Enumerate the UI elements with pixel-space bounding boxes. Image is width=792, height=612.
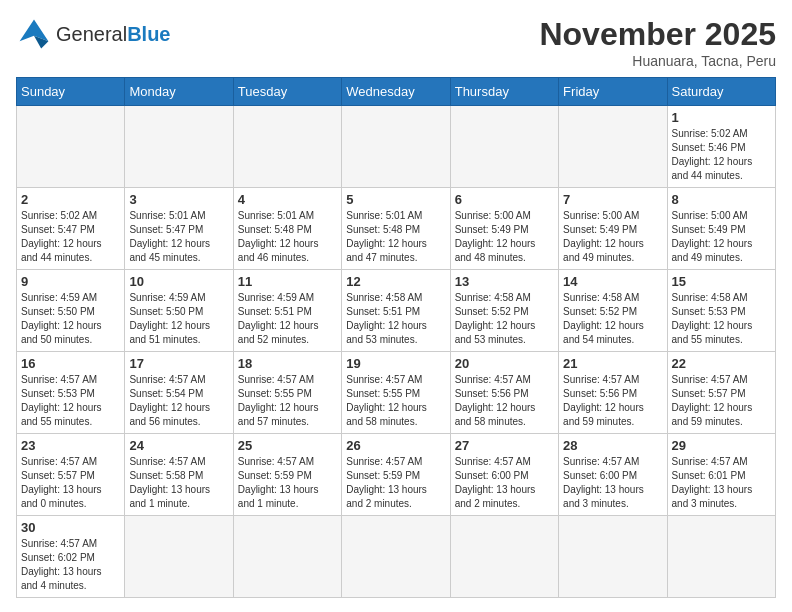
calendar-cell: 24Sunrise: 4:57 AM Sunset: 5:58 PM Dayli… xyxy=(125,434,233,516)
calendar-cell: 13Sunrise: 4:58 AM Sunset: 5:52 PM Dayli… xyxy=(450,270,558,352)
calendar-cell: 7Sunrise: 5:00 AM Sunset: 5:49 PM Daylig… xyxy=(559,188,667,270)
day-number: 1 xyxy=(672,110,771,125)
location: Huanuara, Tacna, Peru xyxy=(539,53,776,69)
day-number: 15 xyxy=(672,274,771,289)
calendar-cell: 20Sunrise: 4:57 AM Sunset: 5:56 PM Dayli… xyxy=(450,352,558,434)
day-info: Sunrise: 4:57 AM Sunset: 5:56 PM Dayligh… xyxy=(455,373,554,429)
header-saturday: Saturday xyxy=(667,78,775,106)
calendar-cell: 27Sunrise: 4:57 AM Sunset: 6:00 PM Dayli… xyxy=(450,434,558,516)
calendar-cell xyxy=(125,106,233,188)
calendar-cell: 17Sunrise: 4:57 AM Sunset: 5:54 PM Dayli… xyxy=(125,352,233,434)
day-info: Sunrise: 4:57 AM Sunset: 5:57 PM Dayligh… xyxy=(21,455,120,511)
day-number: 18 xyxy=(238,356,337,371)
day-info: Sunrise: 4:57 AM Sunset: 5:55 PM Dayligh… xyxy=(346,373,445,429)
calendar-week-row-2: 2Sunrise: 5:02 AM Sunset: 5:47 PM Daylig… xyxy=(17,188,776,270)
day-info: Sunrise: 4:58 AM Sunset: 5:52 PM Dayligh… xyxy=(563,291,662,347)
calendar-cell xyxy=(559,106,667,188)
calendar-cell: 19Sunrise: 4:57 AM Sunset: 5:55 PM Dayli… xyxy=(342,352,450,434)
calendar-week-row-6: 30Sunrise: 4:57 AM Sunset: 6:02 PM Dayli… xyxy=(17,516,776,598)
header-wednesday: Wednesday xyxy=(342,78,450,106)
day-number: 19 xyxy=(346,356,445,371)
day-info: Sunrise: 4:57 AM Sunset: 5:53 PM Dayligh… xyxy=(21,373,120,429)
calendar-cell xyxy=(667,516,775,598)
day-info: Sunrise: 4:59 AM Sunset: 5:50 PM Dayligh… xyxy=(129,291,228,347)
calendar-cell xyxy=(342,106,450,188)
header-tuesday: Tuesday xyxy=(233,78,341,106)
title-block: November 2025 Huanuara, Tacna, Peru xyxy=(539,16,776,69)
day-number: 7 xyxy=(563,192,662,207)
day-info: Sunrise: 4:57 AM Sunset: 6:02 PM Dayligh… xyxy=(21,537,120,593)
calendar-cell: 18Sunrise: 4:57 AM Sunset: 5:55 PM Dayli… xyxy=(233,352,341,434)
day-info: Sunrise: 4:57 AM Sunset: 5:55 PM Dayligh… xyxy=(238,373,337,429)
calendar-cell: 6Sunrise: 5:00 AM Sunset: 5:49 PM Daylig… xyxy=(450,188,558,270)
calendar-week-row-1: 1Sunrise: 5:02 AM Sunset: 5:46 PM Daylig… xyxy=(17,106,776,188)
calendar-cell xyxy=(233,516,341,598)
page-header: GeneralBlue November 2025 Huanuara, Tacn… xyxy=(16,16,776,69)
day-number: 4 xyxy=(238,192,337,207)
day-info: Sunrise: 4:57 AM Sunset: 5:58 PM Dayligh… xyxy=(129,455,228,511)
day-info: Sunrise: 5:02 AM Sunset: 5:47 PM Dayligh… xyxy=(21,209,120,265)
day-number: 13 xyxy=(455,274,554,289)
calendar-cell: 26Sunrise: 4:57 AM Sunset: 5:59 PM Dayli… xyxy=(342,434,450,516)
calendar-cell: 2Sunrise: 5:02 AM Sunset: 5:47 PM Daylig… xyxy=(17,188,125,270)
day-number: 6 xyxy=(455,192,554,207)
header-thursday: Thursday xyxy=(450,78,558,106)
day-number: 2 xyxy=(21,192,120,207)
header-sunday: Sunday xyxy=(17,78,125,106)
day-info: Sunrise: 5:01 AM Sunset: 5:47 PM Dayligh… xyxy=(129,209,228,265)
calendar-cell xyxy=(233,106,341,188)
calendar-cell: 10Sunrise: 4:59 AM Sunset: 5:50 PM Dayli… xyxy=(125,270,233,352)
day-number: 23 xyxy=(21,438,120,453)
day-info: Sunrise: 5:02 AM Sunset: 5:46 PM Dayligh… xyxy=(672,127,771,183)
day-info: Sunrise: 5:00 AM Sunset: 5:49 PM Dayligh… xyxy=(563,209,662,265)
logo: GeneralBlue xyxy=(16,16,171,52)
day-info: Sunrise: 4:58 AM Sunset: 5:51 PM Dayligh… xyxy=(346,291,445,347)
day-number: 17 xyxy=(129,356,228,371)
calendar-header-row: Sunday Monday Tuesday Wednesday Thursday… xyxy=(17,78,776,106)
month-title: November 2025 xyxy=(539,16,776,53)
calendar-cell: 28Sunrise: 4:57 AM Sunset: 6:00 PM Dayli… xyxy=(559,434,667,516)
calendar-cell: 14Sunrise: 4:58 AM Sunset: 5:52 PM Dayli… xyxy=(559,270,667,352)
day-number: 29 xyxy=(672,438,771,453)
day-info: Sunrise: 4:59 AM Sunset: 5:50 PM Dayligh… xyxy=(21,291,120,347)
day-number: 12 xyxy=(346,274,445,289)
day-number: 3 xyxy=(129,192,228,207)
calendar-cell: 12Sunrise: 4:58 AM Sunset: 5:51 PM Dayli… xyxy=(342,270,450,352)
calendar-cell xyxy=(17,106,125,188)
calendar-cell: 21Sunrise: 4:57 AM Sunset: 5:56 PM Dayli… xyxy=(559,352,667,434)
calendar-cell: 22Sunrise: 4:57 AM Sunset: 5:57 PM Dayli… xyxy=(667,352,775,434)
day-info: Sunrise: 4:57 AM Sunset: 5:59 PM Dayligh… xyxy=(238,455,337,511)
day-info: Sunrise: 5:00 AM Sunset: 5:49 PM Dayligh… xyxy=(455,209,554,265)
day-number: 30 xyxy=(21,520,120,535)
day-info: Sunrise: 4:57 AM Sunset: 5:54 PM Dayligh… xyxy=(129,373,228,429)
calendar-cell: 8Sunrise: 5:00 AM Sunset: 5:49 PM Daylig… xyxy=(667,188,775,270)
day-number: 21 xyxy=(563,356,662,371)
day-number: 10 xyxy=(129,274,228,289)
day-info: Sunrise: 4:58 AM Sunset: 5:53 PM Dayligh… xyxy=(672,291,771,347)
day-number: 16 xyxy=(21,356,120,371)
header-friday: Friday xyxy=(559,78,667,106)
calendar-cell: 30Sunrise: 4:57 AM Sunset: 6:02 PM Dayli… xyxy=(17,516,125,598)
day-number: 8 xyxy=(672,192,771,207)
calendar-cell: 5Sunrise: 5:01 AM Sunset: 5:48 PM Daylig… xyxy=(342,188,450,270)
calendar-cell: 3Sunrise: 5:01 AM Sunset: 5:47 PM Daylig… xyxy=(125,188,233,270)
day-number: 28 xyxy=(563,438,662,453)
day-number: 11 xyxy=(238,274,337,289)
day-info: Sunrise: 4:57 AM Sunset: 6:00 PM Dayligh… xyxy=(563,455,662,511)
day-info: Sunrise: 4:58 AM Sunset: 5:52 PM Dayligh… xyxy=(455,291,554,347)
calendar-week-row-4: 16Sunrise: 4:57 AM Sunset: 5:53 PM Dayli… xyxy=(17,352,776,434)
calendar-cell xyxy=(125,516,233,598)
day-info: Sunrise: 4:57 AM Sunset: 5:59 PM Dayligh… xyxy=(346,455,445,511)
calendar-week-row-5: 23Sunrise: 4:57 AM Sunset: 5:57 PM Dayli… xyxy=(17,434,776,516)
day-number: 22 xyxy=(672,356,771,371)
day-info: Sunrise: 4:57 AM Sunset: 5:56 PM Dayligh… xyxy=(563,373,662,429)
day-info: Sunrise: 5:00 AM Sunset: 5:49 PM Dayligh… xyxy=(672,209,771,265)
calendar-cell: 9Sunrise: 4:59 AM Sunset: 5:50 PM Daylig… xyxy=(17,270,125,352)
calendar-cell: 29Sunrise: 4:57 AM Sunset: 6:01 PM Dayli… xyxy=(667,434,775,516)
day-number: 24 xyxy=(129,438,228,453)
calendar-cell xyxy=(450,516,558,598)
calendar-cell: 16Sunrise: 4:57 AM Sunset: 5:53 PM Dayli… xyxy=(17,352,125,434)
calendar-cell xyxy=(559,516,667,598)
day-info: Sunrise: 5:01 AM Sunset: 5:48 PM Dayligh… xyxy=(346,209,445,265)
calendar-cell xyxy=(450,106,558,188)
